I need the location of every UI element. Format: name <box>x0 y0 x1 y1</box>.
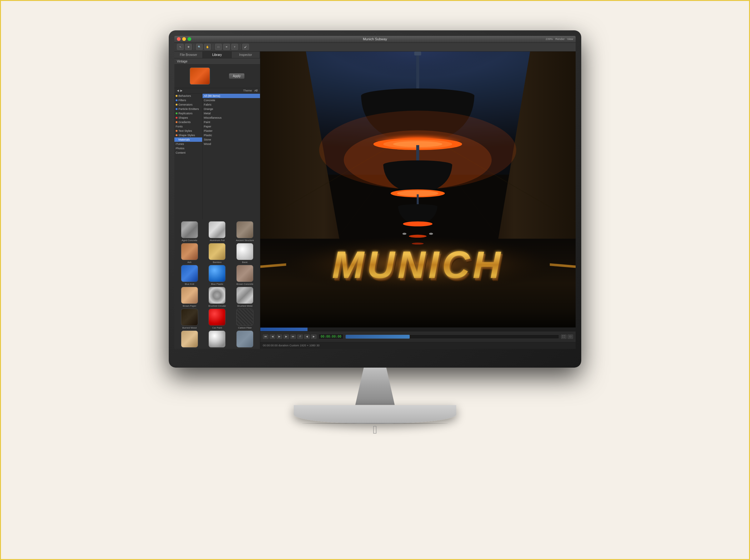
prev-frame[interactable]: ◀ <box>304 334 310 339</box>
loop-button[interactable]: ↺ <box>297 334 303 339</box>
material-colored-concrete[interactable]: Colored Concrete <box>232 330 258 349</box>
mat-thumb-cardboard <box>181 330 198 348</box>
material-cardboard[interactable]: Cardboard <box>176 330 203 349</box>
tab-inspector[interactable]: Inspector <box>232 51 260 58</box>
theme-label: Theme <box>243 89 252 92</box>
fullscreen-button[interactable]: ⛶ <box>561 334 567 339</box>
material-brown-paper[interactable]: Brown Paper <box>176 287 203 307</box>
mat-thumb-bamboo <box>209 243 225 260</box>
sidebar: File Browser Library Inspector Vintage A… <box>174 51 260 349</box>
cat-dot <box>176 117 178 119</box>
cat-itunes[interactable]: iTunes <box>174 142 202 146</box>
material-basic[interactable]: Basic <box>232 243 258 264</box>
cat-paper[interactable]: Paper <box>202 124 260 129</box>
tab-library[interactable]: Library <box>203 51 231 58</box>
cat-content[interactable]: Content <box>174 150 202 155</box>
cat-dot <box>176 134 178 136</box>
cat-shapes[interactable]: Shapes <box>174 116 202 120</box>
progress-bar-area[interactable] <box>260 327 576 331</box>
canvas-view[interactable]: MUNICH MUNICH MUNICH <box>260 51 576 327</box>
status-timecode: 00:00:00:00 duration Custom 1920 × 1080 … <box>263 344 319 347</box>
main-content: File Browser Library Inspector Vintage A… <box>174 51 576 349</box>
material-chrome[interactable]: Chrome <box>204 330 231 349</box>
cat-gradients[interactable]: Gradients <box>174 120 202 124</box>
tool-shape[interactable]: □ <box>215 44 222 50</box>
step-forward-button[interactable]: ▶ <box>283 334 289 339</box>
close-button[interactable] <box>177 37 181 41</box>
minimize-button[interactable] <box>182 37 186 41</box>
material-bamboo[interactable]: Bamboo <box>204 243 231 264</box>
next-frame[interactable]: ▶ <box>311 334 317 339</box>
material-ancient-structure[interactable]: Ancient Structure <box>232 221 258 242</box>
tool-pen[interactable]: ✒ <box>223 44 230 50</box>
mat-label-aged-concrete: Aged Concrete <box>181 239 197 242</box>
fit-button[interactable]: □ <box>568 334 573 339</box>
material-burned-wood[interactable]: Burned Wood <box>176 309 203 329</box>
cat-plaster[interactable]: Plaster <box>202 129 260 133</box>
cat-wood[interactable]: Wood <box>202 142 260 146</box>
mat-thumb-brushed-metal <box>236 287 253 304</box>
status-bar: 00:00:00:00 duration Custom 1920 × 1080 … <box>260 342 576 349</box>
tool-paint[interactable]: 🖌 <box>242 44 249 50</box>
fast-forward-button[interactable]: ⏭ <box>290 334 296 339</box>
material-blue-knit[interactable]: Blue Knit <box>176 265 203 286</box>
cat-generators[interactable]: Generators <box>174 102 202 107</box>
cat-plastic[interactable]: Plastic <box>202 133 260 138</box>
material-brushed-circular[interactable]: Brushed Circular <box>204 287 231 307</box>
cat-particle[interactable]: Particle Emitters <box>174 107 202 111</box>
cat-dot <box>176 104 178 106</box>
cat-shape-styles[interactable]: Shape Styles <box>174 133 202 138</box>
material-aged-concrete[interactable]: Aged Concrete <box>176 221 203 242</box>
cat-filters[interactable]: Filters <box>174 98 202 102</box>
tool-text[interactable]: T <box>231 44 238 50</box>
material-brown-concrete[interactable]: Brown Concrete <box>232 265 258 286</box>
nav-forward[interactable]: ▶ <box>180 89 182 92</box>
mat-label-aluminum-foil: Aluminum Foil <box>210 239 225 242</box>
maximize-button[interactable] <box>188 37 191 41</box>
view-control[interactable]: View <box>567 38 573 41</box>
cat-behaviors[interactable]: Behaviors <box>174 94 202 98</box>
material-car-paint[interactable]: Car Paint <box>204 309 231 329</box>
cat-photos[interactable]: Photos <box>174 146 202 150</box>
mat-label-car-paint: Car Paint <box>212 326 222 329</box>
tab-file-browser[interactable]: File Browser <box>174 51 203 58</box>
step-back-button[interactable]: ◀ <box>270 334 275 339</box>
cat-metal[interactable]: Metal <box>202 111 260 116</box>
cat-fabric[interactable]: Fabric <box>202 102 260 107</box>
apply-button[interactable]: Apply <box>229 73 245 79</box>
mat-label-basic: Basic <box>242 261 248 264</box>
cat-dot <box>176 121 178 123</box>
tool-move[interactable]: ✥ <box>185 44 192 50</box>
cat-all[interactable]: All (88 items) <box>202 94 260 98</box>
cat-fonts[interactable]: Fonts <box>174 124 202 129</box>
cat-stone[interactable]: Stone <box>202 138 260 142</box>
cat-materials[interactable]: Materials <box>174 138 202 142</box>
tool-pan[interactable]: ✋ <box>204 44 211 50</box>
material-brushed-metal[interactable]: Brushed Metal <box>232 287 258 307</box>
play-button[interactable]: ▶ <box>277 334 282 339</box>
render-control[interactable]: Render <box>555 38 565 41</box>
preview-area: Apply <box>174 65 260 88</box>
material-carbon-fiber[interactable]: Carbon Fiber <box>232 309 258 329</box>
nav-back[interactable]: ◀ <box>177 89 179 92</box>
cat-paint[interactable]: Paint <box>202 120 260 124</box>
mat-label-colored-concrete: Colored Concrete <box>236 348 254 349</box>
rewind-button[interactable]: ⏮ <box>263 334 269 339</box>
camera-dot <box>374 33 376 35</box>
material-ash[interactable]: Ash <box>176 243 203 264</box>
cat-orange[interactable]: Orange <box>202 107 260 111</box>
tool-select[interactable]: ↖ <box>177 44 184 50</box>
theme-value[interactable]: All <box>254 89 257 92</box>
material-blue-plastic[interactable]: Blue Plastic <box>204 265 231 286</box>
cat-text-styles[interactable]: Text Styles <box>174 129 202 133</box>
mat-thumb-car-paint <box>209 309 225 326</box>
material-aluminum-foil[interactable]: Aluminum Foil <box>204 221 231 242</box>
timeline-scrubber[interactable] <box>345 334 559 339</box>
cat-concrete[interactable]: Concrete <box>202 98 260 102</box>
mat-thumb-carbon-fiber <box>236 309 253 326</box>
cat-replicators[interactable]: Replicators <box>174 111 202 116</box>
cat-misc[interactable]: Miscellaneous <box>202 116 260 120</box>
tool-zoom-in[interactable]: 🔍 <box>196 44 203 50</box>
monitor-frame: Munich Subway 239% Render View ↖ ✥ 🔍 ✋ □ <box>169 30 581 368</box>
category-left: Behaviors Filters Generators <box>174 94 202 220</box>
